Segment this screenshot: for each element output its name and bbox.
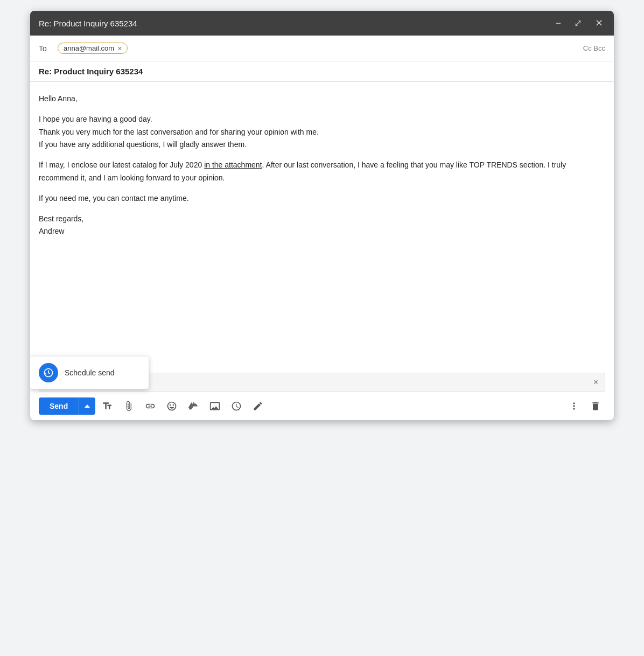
send-dropdown-arrow-icon xyxy=(85,404,90,408)
emoji-button[interactable] xyxy=(162,397,181,415)
clock-icon xyxy=(231,401,242,411)
signature: Best regards, Andrew xyxy=(39,213,605,239)
paperclip-icon xyxy=(123,401,134,411)
subject-row: Re: Product Inquiry 635234 xyxy=(30,61,614,82)
insert-photo-button[interactable] xyxy=(205,397,225,415)
minimize-button[interactable]: − xyxy=(553,17,563,29)
drive-button[interactable] xyxy=(184,397,203,415)
signature-button[interactable] xyxy=(227,397,246,415)
attachment-link[interactable]: in the attachment xyxy=(204,160,262,169)
confidential-button[interactable] xyxy=(248,397,268,415)
para1-line3: If you have any additional questions, I … xyxy=(39,140,247,149)
schedule-send-icon xyxy=(39,363,58,382)
toolbar: Schedule send Send xyxy=(30,392,614,420)
photo-icon xyxy=(209,401,220,411)
subject-text: Re: Product Inquiry 635234 xyxy=(39,67,143,76)
send-dropdown-button[interactable] xyxy=(79,397,95,415)
attach-button[interactable] xyxy=(119,397,138,415)
sign-line1: Best regards, xyxy=(39,214,83,223)
title-bar: Re: Product Inquiry 635234 − ⤢ ✕ xyxy=(30,11,614,36)
recipient-email: anna@mail.com xyxy=(64,44,114,52)
emoji-icon xyxy=(166,401,177,411)
schedule-icon-svg xyxy=(43,367,54,378)
window-controls: − ⤢ ✕ xyxy=(553,17,605,29)
para2-prefix: If I may, I enclose our latest catalog f… xyxy=(39,160,204,169)
sign-line2: Andrew xyxy=(39,227,64,235)
email-body[interactable]: Hello Anna, I hope you are having a good… xyxy=(30,82,614,373)
send-button[interactable]: Send xyxy=(39,397,79,415)
toolbar-more xyxy=(564,397,605,415)
send-button-group: Send xyxy=(39,397,95,415)
more-options-button[interactable] xyxy=(564,397,584,415)
drive-icon xyxy=(188,401,199,411)
maximize-button[interactable]: ⤢ xyxy=(572,17,584,29)
link-icon xyxy=(145,401,156,411)
more-options-icon xyxy=(569,401,579,411)
para1-line1: I hope you are having a good day. xyxy=(39,115,152,123)
recipient-chip[interactable]: anna@mail.com × xyxy=(58,43,128,54)
cc-bcc-button[interactable]: Cc Bcc xyxy=(583,44,605,52)
paragraph-3: If you need me, you can contact me anyti… xyxy=(39,192,605,205)
attachment-close-icon[interactable]: × xyxy=(593,378,598,387)
paragraph-2: If I may, I enclose our latest catalog f… xyxy=(39,159,605,185)
para1-line2: Thank you very much for the last convers… xyxy=(39,128,319,136)
greeting: Hello Anna, xyxy=(39,93,605,106)
to-label: To xyxy=(39,44,52,53)
to-row: To anna@mail.com × Cc Bcc xyxy=(30,36,614,61)
insert-link-button[interactable] xyxy=(141,397,160,415)
discard-button[interactable] xyxy=(586,397,605,415)
pen-icon xyxy=(253,401,263,411)
formatting-button[interactable] xyxy=(97,397,117,415)
window-title: Re: Product Inquiry 635234 xyxy=(39,19,137,28)
compose-window: Re: Product Inquiry 635234 − ⤢ ✕ To anna… xyxy=(30,11,614,420)
trash-icon xyxy=(590,401,601,411)
schedule-send-label: Schedule send xyxy=(65,368,115,377)
formatting-icon xyxy=(102,401,113,411)
close-button[interactable]: ✕ xyxy=(593,17,605,29)
chip-close-icon[interactable]: × xyxy=(117,45,122,52)
schedule-send-popup[interactable]: Schedule send xyxy=(30,357,149,389)
paragraph-1: I hope you are having a good day. Thank … xyxy=(39,113,605,151)
